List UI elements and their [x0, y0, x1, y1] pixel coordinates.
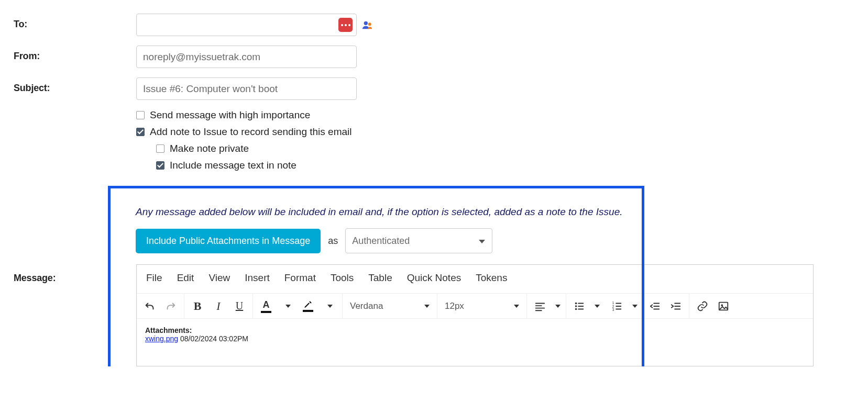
indent-icon [670, 300, 682, 312]
rich-text-editor: File Edit View Insert Format Tools Table… [136, 264, 814, 366]
chevron-down-icon [327, 305, 333, 308]
include-text-checkbox[interactable] [156, 161, 164, 170]
menu-table[interactable]: Table [368, 272, 392, 284]
chevron-down-icon [285, 305, 291, 308]
link-icon [697, 300, 708, 312]
label-subject: Subject: [14, 77, 136, 94]
align-left-icon [534, 300, 546, 312]
from-input[interactable] [136, 46, 357, 68]
menu-edit[interactable]: Edit [177, 272, 194, 284]
menu-view[interactable]: View [208, 272, 230, 284]
high-importance-label: Send message with high importance [150, 109, 310, 121]
attachments-heading: Attachments: [145, 326, 192, 334]
chevron-down-icon [514, 305, 519, 308]
chevron-down-icon [595, 305, 600, 308]
outdent-button[interactable] [647, 297, 663, 315]
numbered-list-icon: 123 [611, 300, 623, 312]
redo-button[interactable] [163, 297, 179, 315]
svg-point-9 [721, 304, 723, 306]
highlight-color-chevron[interactable] [321, 297, 337, 315]
editor-content-area[interactable]: Attachments: xwing.png 08/02/2024 03:02P… [137, 319, 813, 366]
svg-point-0 [364, 21, 368, 25]
menu-tokens[interactable]: Tokens [476, 272, 507, 284]
bold-button[interactable]: B [190, 297, 205, 315]
attachment-timestamp-value: 08/02/2024 03:02PM [180, 334, 248, 343]
chevron-down-icon [555, 305, 561, 308]
high-importance-checkbox[interactable] [136, 111, 145, 119]
underline-button[interactable]: U [232, 297, 247, 315]
people-picker-icon[interactable] [362, 19, 373, 31]
italic-button[interactable]: I [211, 297, 226, 315]
svg-point-2 [575, 302, 577, 304]
subject-input[interactable] [136, 77, 357, 100]
numbered-list-button[interactable]: 123 [609, 297, 625, 315]
message-hint: Any message added below will be included… [136, 206, 642, 218]
svg-point-3 [575, 305, 577, 307]
svg-text:3: 3 [612, 308, 614, 311]
lastpass-icon[interactable] [338, 18, 353, 32]
label-to: To: [14, 14, 136, 30]
menu-format[interactable]: Format [284, 272, 316, 284]
menu-insert[interactable]: Insert [245, 272, 270, 284]
bullet-list-icon [574, 300, 585, 312]
text-color-button[interactable]: A [258, 297, 274, 315]
redo-icon [165, 300, 177, 312]
undo-icon [144, 300, 156, 312]
highlighter-icon [303, 300, 313, 309]
include-attachments-button[interactable]: Include Public Attachments in Message [136, 229, 321, 253]
as-label: as [328, 236, 338, 247]
insert-image-button[interactable] [716, 297, 731, 315]
make-private-label: Make note private [170, 143, 249, 154]
font-family-select[interactable]: Verdana [348, 301, 432, 311]
undo-button[interactable] [142, 297, 158, 315]
make-private-checkbox[interactable] [156, 144, 164, 153]
chevron-down-icon [424, 305, 430, 308]
font-size-select[interactable]: 12px [443, 301, 521, 311]
menu-file[interactable]: File [146, 272, 162, 284]
menu-tools[interactable]: Tools [331, 272, 354, 284]
bullet-list-button[interactable] [572, 297, 587, 315]
chevron-down-icon [632, 305, 638, 308]
attachment-link[interactable]: xwing.png [145, 334, 178, 343]
menu-quick-notes[interactable]: Quick Notes [407, 272, 461, 284]
include-text-label: Include message text in note [170, 160, 296, 171]
label-from: From: [14, 46, 136, 62]
auth-mode-select[interactable]: Authenticated [345, 228, 492, 253]
align-button[interactable] [532, 297, 548, 315]
svg-point-4 [575, 308, 577, 310]
image-icon [718, 300, 729, 312]
highlight-color-button[interactable] [300, 297, 316, 315]
text-color-chevron[interactable] [279, 297, 295, 315]
outdent-icon [649, 300, 661, 312]
indent-button[interactable] [668, 297, 684, 315]
add-note-checkbox[interactable] [136, 128, 145, 136]
add-note-label: Add note to Issue to record sending this… [150, 126, 352, 138]
insert-link-button[interactable] [695, 297, 710, 315]
svg-point-1 [368, 23, 371, 26]
to-input[interactable] [136, 14, 357, 36]
